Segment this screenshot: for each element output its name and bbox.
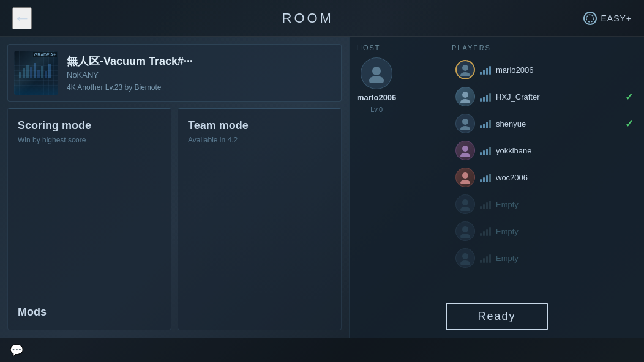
bar1 xyxy=(480,125,482,128)
bar3 xyxy=(486,229,488,236)
player-row: Empty xyxy=(452,219,637,243)
signal-bars xyxy=(480,119,491,128)
svg-rect-3 xyxy=(26,65,29,78)
signal-bars xyxy=(480,253,491,263)
svg-point-17 xyxy=(460,126,470,130)
player-name: HXJ_Crafter xyxy=(496,92,620,102)
ready-button[interactable]: Ready xyxy=(446,303,547,330)
signal-bars xyxy=(480,199,491,209)
scoring-mode-card[interactable]: Scoring mode Win by highest score Mods xyxy=(7,108,171,330)
players-section: PLAYERS xyxy=(452,44,637,270)
svg-rect-9 xyxy=(48,64,51,78)
svg-rect-2 xyxy=(23,68,25,78)
back-button[interactable]: ← xyxy=(12,7,32,29)
scoring-mode-title: Scoring mode xyxy=(18,119,161,132)
bar4 xyxy=(489,66,491,75)
avatar xyxy=(455,114,475,133)
svg-rect-1 xyxy=(19,72,21,78)
room-title: ROOM xyxy=(282,10,334,26)
svg-point-21 xyxy=(460,180,470,184)
signal-bars xyxy=(480,226,491,236)
bar1 xyxy=(480,260,482,263)
bar3 xyxy=(486,149,488,155)
bar3 xyxy=(486,95,488,102)
bar2 xyxy=(483,204,485,209)
player-name: woc2006 xyxy=(496,173,633,182)
bar2 xyxy=(483,124,485,128)
svg-point-0 xyxy=(586,15,594,22)
player-row: shenyue ✓ xyxy=(452,111,637,136)
svg-point-14 xyxy=(462,92,468,98)
right-panel: HOST marlo2006 Lv.0 PLAYERS xyxy=(349,37,644,338)
mode-row: Scoring mode Win by highest score Mods T… xyxy=(7,108,342,330)
svg-point-24 xyxy=(462,226,468,232)
player-row: marlo2006 xyxy=(452,57,637,82)
svg-point-22 xyxy=(462,199,468,205)
song-title: 無人区-Vacuum Track#··· xyxy=(67,54,335,68)
avatar xyxy=(455,248,475,268)
player-row: Empty xyxy=(452,192,637,216)
bar4 xyxy=(489,254,491,263)
left-panel: GRADE A+ 無人区-Vacuum Track#··· NoKANY xyxy=(0,37,349,338)
svg-point-10 xyxy=(372,67,381,75)
team-mode-card[interactable]: Team mode Available in 4.2 xyxy=(178,108,342,330)
top-bar: ← ROOM EASY+ xyxy=(0,0,644,37)
svg-point-18 xyxy=(462,146,468,152)
bar2 xyxy=(483,231,485,236)
bar4 xyxy=(489,201,491,209)
difficulty-label: EASY+ xyxy=(601,13,632,23)
grade-label: GRADE A+ xyxy=(33,52,57,57)
ready-check-icon: ✓ xyxy=(625,118,633,130)
song-card[interactable]: GRADE A+ 無人区-Vacuum Track#··· NoKANY xyxy=(7,44,342,102)
host-name: marlo2006 xyxy=(357,93,396,102)
svg-point-12 xyxy=(462,65,468,71)
bar3 xyxy=(486,122,488,128)
chat-icon[interactable]: 💬 xyxy=(10,344,23,357)
bar1 xyxy=(480,98,482,102)
player-name: Empty xyxy=(496,254,633,263)
bar3 xyxy=(486,68,488,75)
bar1 xyxy=(480,152,482,155)
song-info: 無人区-Vacuum Track#··· NoKANY 4K Another L… xyxy=(67,54,335,92)
bar1 xyxy=(480,233,482,236)
avatar xyxy=(455,87,475,106)
player-name: Empty xyxy=(496,227,633,236)
bar4 xyxy=(489,120,491,128)
bar2 xyxy=(483,258,485,263)
player-row: Empty xyxy=(452,246,637,270)
bar2 xyxy=(483,177,485,182)
song-thumbnail: GRADE A+ xyxy=(14,51,58,95)
bar1 xyxy=(480,179,482,182)
players-list: marlo2006 xyxy=(452,57,637,270)
svg-point-26 xyxy=(462,253,468,259)
bar4 xyxy=(489,147,491,155)
avatar xyxy=(455,141,475,160)
bar1 xyxy=(480,72,482,75)
player-row: HXJ_Crafter ✓ xyxy=(452,84,637,109)
bar2 xyxy=(483,70,485,75)
bar2 xyxy=(483,150,485,155)
vertical-divider xyxy=(444,44,444,270)
bar4 xyxy=(489,93,491,102)
player-name: marlo2006 xyxy=(496,65,633,75)
signal-bars xyxy=(480,146,491,155)
bar2 xyxy=(483,97,485,102)
main-content: GRADE A+ 無人区-Vacuum Track#··· NoKANY xyxy=(0,37,644,338)
svg-rect-6 xyxy=(37,70,40,78)
svg-point-20 xyxy=(462,172,468,179)
svg-point-27 xyxy=(460,260,470,265)
scoring-mode-sub: Win by highest score xyxy=(18,136,161,144)
right-top: HOST marlo2006 Lv.0 PLAYERS xyxy=(357,44,637,270)
host-section: HOST marlo2006 Lv.0 xyxy=(357,44,436,270)
signal-bars xyxy=(480,92,491,102)
difficulty-icon xyxy=(583,12,597,25)
avatar xyxy=(455,221,475,241)
player-row: woc2006 xyxy=(452,165,637,190)
ready-check-icon: ✓ xyxy=(625,91,633,103)
team-mode-sub: Available in 4.2 xyxy=(188,136,331,144)
player-name: shenyue xyxy=(496,119,620,128)
host-label: HOST xyxy=(357,44,381,51)
song-artist: NoKANY xyxy=(67,70,335,79)
svg-rect-5 xyxy=(34,63,36,78)
avatar xyxy=(455,194,475,214)
